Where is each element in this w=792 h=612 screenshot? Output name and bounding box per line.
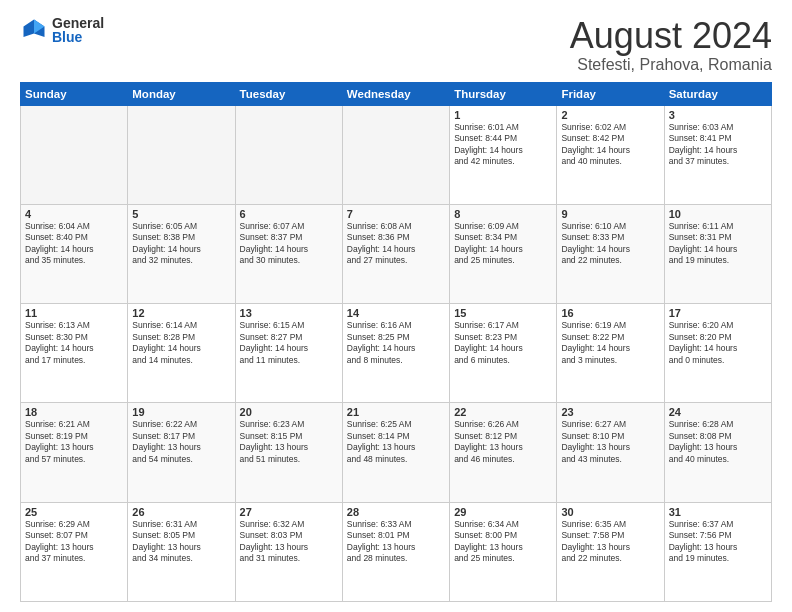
day-info: Sunrise: 6:29 AM Sunset: 8:07 PM Dayligh… xyxy=(25,519,123,565)
calendar-cell: 25Sunrise: 6:29 AM Sunset: 8:07 PM Dayli… xyxy=(21,502,128,601)
calendar-cell xyxy=(342,105,449,204)
day-info: Sunrise: 6:34 AM Sunset: 8:00 PM Dayligh… xyxy=(454,519,552,565)
calendar-day-header: Friday xyxy=(557,82,664,105)
calendar-cell: 4Sunrise: 6:04 AM Sunset: 8:40 PM Daylig… xyxy=(21,204,128,303)
day-number: 29 xyxy=(454,506,552,518)
calendar-cell: 22Sunrise: 6:26 AM Sunset: 8:12 PM Dayli… xyxy=(450,403,557,502)
calendar-week-row: 4Sunrise: 6:04 AM Sunset: 8:40 PM Daylig… xyxy=(21,204,772,303)
day-info: Sunrise: 6:19 AM Sunset: 8:22 PM Dayligh… xyxy=(561,320,659,366)
logo-blue: Blue xyxy=(52,30,104,44)
logo-icon xyxy=(20,16,48,44)
day-info: Sunrise: 6:10 AM Sunset: 8:33 PM Dayligh… xyxy=(561,221,659,267)
day-number: 20 xyxy=(240,406,338,418)
day-number: 21 xyxy=(347,406,445,418)
calendar-cell: 18Sunrise: 6:21 AM Sunset: 8:19 PM Dayli… xyxy=(21,403,128,502)
day-number: 18 xyxy=(25,406,123,418)
day-info: Sunrise: 6:01 AM Sunset: 8:44 PM Dayligh… xyxy=(454,122,552,168)
day-number: 27 xyxy=(240,506,338,518)
day-number: 11 xyxy=(25,307,123,319)
calendar-cell: 16Sunrise: 6:19 AM Sunset: 8:22 PM Dayli… xyxy=(557,304,664,403)
calendar-cell: 14Sunrise: 6:16 AM Sunset: 8:25 PM Dayli… xyxy=(342,304,449,403)
calendar-cell xyxy=(128,105,235,204)
day-info: Sunrise: 6:11 AM Sunset: 8:31 PM Dayligh… xyxy=(669,221,767,267)
calendar-cell xyxy=(235,105,342,204)
day-number: 17 xyxy=(669,307,767,319)
header: General Blue August 2024 Stefesti, Praho… xyxy=(20,16,772,74)
calendar-cell: 1Sunrise: 6:01 AM Sunset: 8:44 PM Daylig… xyxy=(450,105,557,204)
day-number: 19 xyxy=(132,406,230,418)
day-number: 4 xyxy=(25,208,123,220)
day-number: 24 xyxy=(669,406,767,418)
day-info: Sunrise: 6:21 AM Sunset: 8:19 PM Dayligh… xyxy=(25,419,123,465)
day-number: 23 xyxy=(561,406,659,418)
day-number: 10 xyxy=(669,208,767,220)
main-title: August 2024 xyxy=(570,16,772,56)
subtitle: Stefesti, Prahova, Romania xyxy=(570,56,772,74)
day-number: 3 xyxy=(669,109,767,121)
day-info: Sunrise: 6:35 AM Sunset: 7:58 PM Dayligh… xyxy=(561,519,659,565)
day-info: Sunrise: 6:26 AM Sunset: 8:12 PM Dayligh… xyxy=(454,419,552,465)
day-info: Sunrise: 6:28 AM Sunset: 8:08 PM Dayligh… xyxy=(669,419,767,465)
day-number: 5 xyxy=(132,208,230,220)
calendar-cell: 21Sunrise: 6:25 AM Sunset: 8:14 PM Dayli… xyxy=(342,403,449,502)
calendar-cell: 20Sunrise: 6:23 AM Sunset: 8:15 PM Dayli… xyxy=(235,403,342,502)
day-info: Sunrise: 6:05 AM Sunset: 8:38 PM Dayligh… xyxy=(132,221,230,267)
day-info: Sunrise: 6:07 AM Sunset: 8:37 PM Dayligh… xyxy=(240,221,338,267)
day-info: Sunrise: 6:37 AM Sunset: 7:56 PM Dayligh… xyxy=(669,519,767,565)
calendar-cell: 17Sunrise: 6:20 AM Sunset: 8:20 PM Dayli… xyxy=(664,304,771,403)
calendar-cell: 23Sunrise: 6:27 AM Sunset: 8:10 PM Dayli… xyxy=(557,403,664,502)
day-number: 26 xyxy=(132,506,230,518)
day-number: 16 xyxy=(561,307,659,319)
day-number: 1 xyxy=(454,109,552,121)
day-info: Sunrise: 6:14 AM Sunset: 8:28 PM Dayligh… xyxy=(132,320,230,366)
day-number: 12 xyxy=(132,307,230,319)
day-number: 15 xyxy=(454,307,552,319)
day-number: 14 xyxy=(347,307,445,319)
calendar-day-header: Tuesday xyxy=(235,82,342,105)
logo: General Blue xyxy=(20,16,104,44)
calendar-cell: 10Sunrise: 6:11 AM Sunset: 8:31 PM Dayli… xyxy=(664,204,771,303)
calendar-day-header: Sunday xyxy=(21,82,128,105)
calendar-cell xyxy=(21,105,128,204)
calendar-cell: 15Sunrise: 6:17 AM Sunset: 8:23 PM Dayli… xyxy=(450,304,557,403)
calendar-cell: 27Sunrise: 6:32 AM Sunset: 8:03 PM Dayli… xyxy=(235,502,342,601)
day-number: 8 xyxy=(454,208,552,220)
day-info: Sunrise: 6:03 AM Sunset: 8:41 PM Dayligh… xyxy=(669,122,767,168)
day-info: Sunrise: 6:04 AM Sunset: 8:40 PM Dayligh… xyxy=(25,221,123,267)
calendar-cell: 13Sunrise: 6:15 AM Sunset: 8:27 PM Dayli… xyxy=(235,304,342,403)
page: General Blue August 2024 Stefesti, Praho… xyxy=(0,0,792,612)
day-number: 7 xyxy=(347,208,445,220)
day-number: 6 xyxy=(240,208,338,220)
day-info: Sunrise: 6:15 AM Sunset: 8:27 PM Dayligh… xyxy=(240,320,338,366)
day-info: Sunrise: 6:13 AM Sunset: 8:30 PM Dayligh… xyxy=(25,320,123,366)
calendar-cell: 2Sunrise: 6:02 AM Sunset: 8:42 PM Daylig… xyxy=(557,105,664,204)
calendar-cell: 29Sunrise: 6:34 AM Sunset: 8:00 PM Dayli… xyxy=(450,502,557,601)
calendar-day-header: Monday xyxy=(128,82,235,105)
calendar-cell: 30Sunrise: 6:35 AM Sunset: 7:58 PM Dayli… xyxy=(557,502,664,601)
calendar: SundayMondayTuesdayWednesdayThursdayFrid… xyxy=(20,82,772,602)
day-info: Sunrise: 6:02 AM Sunset: 8:42 PM Dayligh… xyxy=(561,122,659,168)
day-info: Sunrise: 6:33 AM Sunset: 8:01 PM Dayligh… xyxy=(347,519,445,565)
day-number: 25 xyxy=(25,506,123,518)
calendar-week-row: 11Sunrise: 6:13 AM Sunset: 8:30 PM Dayli… xyxy=(21,304,772,403)
calendar-cell: 8Sunrise: 6:09 AM Sunset: 8:34 PM Daylig… xyxy=(450,204,557,303)
calendar-day-header: Saturday xyxy=(664,82,771,105)
day-info: Sunrise: 6:23 AM Sunset: 8:15 PM Dayligh… xyxy=(240,419,338,465)
day-info: Sunrise: 6:22 AM Sunset: 8:17 PM Dayligh… xyxy=(132,419,230,465)
day-number: 22 xyxy=(454,406,552,418)
day-number: 13 xyxy=(240,307,338,319)
calendar-cell: 28Sunrise: 6:33 AM Sunset: 8:01 PM Dayli… xyxy=(342,502,449,601)
day-number: 31 xyxy=(669,506,767,518)
calendar-cell: 19Sunrise: 6:22 AM Sunset: 8:17 PM Dayli… xyxy=(128,403,235,502)
title-block: August 2024 Stefesti, Prahova, Romania xyxy=(570,16,772,74)
logo-general: General xyxy=(52,16,104,30)
day-number: 2 xyxy=(561,109,659,121)
calendar-cell: 31Sunrise: 6:37 AM Sunset: 7:56 PM Dayli… xyxy=(664,502,771,601)
calendar-cell: 6Sunrise: 6:07 AM Sunset: 8:37 PM Daylig… xyxy=(235,204,342,303)
day-info: Sunrise: 6:31 AM Sunset: 8:05 PM Dayligh… xyxy=(132,519,230,565)
calendar-cell: 7Sunrise: 6:08 AM Sunset: 8:36 PM Daylig… xyxy=(342,204,449,303)
day-info: Sunrise: 6:25 AM Sunset: 8:14 PM Dayligh… xyxy=(347,419,445,465)
day-number: 28 xyxy=(347,506,445,518)
day-info: Sunrise: 6:17 AM Sunset: 8:23 PM Dayligh… xyxy=(454,320,552,366)
calendar-cell: 3Sunrise: 6:03 AM Sunset: 8:41 PM Daylig… xyxy=(664,105,771,204)
